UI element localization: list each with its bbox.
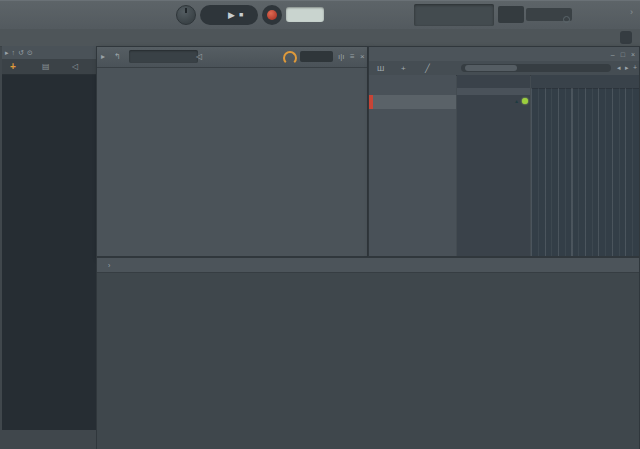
collapse-arrow-icon[interactable]: ▴ [515,97,518,104]
playlist-window: – □ × Ш + ╱ ◂ ▸ + ▴ [368,46,640,257]
pattern-picker-panel [369,75,456,256]
channel-rack-window: ▸ ↰ ◁ ı|ı ≡ × [96,46,368,257]
playlist-toolbar: – □ × [369,47,639,61]
speaker-icon: ◁ [196,52,202,61]
up-icon[interactable]: ↑ [12,49,16,56]
slide-icon[interactable]: ╱ [425,64,430,73]
close-icon[interactable]: × [360,52,365,61]
mixer-toolbar: › [97,258,639,273]
group-track-header[interactable]: ▴ [457,95,530,107]
toolbar-overflow-arrow[interactable]: › [630,7,633,17]
list-icon[interactable]: ≡ [350,52,355,61]
maximize-icon[interactable]: □ [621,51,625,58]
transport-controls: ▶ ■ [200,5,258,25]
graph-icon[interactable]: ı|ı [338,52,345,61]
playlist-mode-bar: Ш + ╱ ◂ ▸ + [369,61,639,76]
close-icon[interactable]: × [631,51,635,58]
scrollbar-thumb[interactable] [465,65,517,71]
swing-knob[interactable] [283,51,297,65]
collapse-icon[interactable]: ▸ [5,49,9,57]
search-icon[interactable]: ⊙ [27,49,33,57]
refresh-icon[interactable]: ↺ [18,49,24,57]
secondary-toolbar [0,29,640,47]
hint-button[interactable] [620,31,632,44]
playlist-timeline[interactable] [531,75,639,89]
play-icon[interactable]: ▶ [228,6,235,24]
tempo-display[interactable] [286,7,324,22]
pattern-item[interactable] [369,95,456,109]
shuffle-knob[interactable] [176,5,196,25]
playlist-track-headers: ▴ [457,75,530,256]
add-icon[interactable]: + [633,64,637,71]
browser-tab-bar: + ▤ ◁ [2,59,96,75]
playlist-grid[interactable] [531,75,639,256]
automation-icon[interactable]: + [401,64,406,73]
pat-song-toggle[interactable] [204,15,224,16]
browser-header: ▸ ↑ ↺ ⊙ [2,46,96,59]
file-icon[interactable]: ▤ [42,62,50,71]
oscilloscope-panel [498,6,524,23]
undo-icon[interactable]: ↰ [114,52,121,61]
swing-display [300,51,333,62]
chevron-right-icon[interactable]: › [108,262,110,269]
mixer-window: › [96,257,640,449]
main-toolbar: ▶ ■ › [0,1,640,30]
speaker-icon[interactable]: ◁ [72,62,78,71]
scroll-left-icon[interactable]: ◂ [617,64,621,72]
stop-icon[interactable]: ■ [239,6,243,24]
browser-panel: ▸ ↑ ↺ ⊙ + ▤ ◁ [2,46,97,430]
cpu-meter-panel [526,8,572,21]
channel-filter-dropdown[interactable] [129,50,198,63]
scroll-right-icon[interactable]: ▸ [625,64,629,72]
track-enable-led[interactable] [522,98,528,104]
horizontal-scrollbar[interactable] [461,64,611,72]
piano-icon[interactable]: Ш [377,64,384,73]
grid-area[interactable] [531,88,639,256]
channel-rack-header: ▸ ↰ ◁ ı|ı ≡ × [97,47,367,68]
record-button[interactable] [262,5,282,25]
collapse-icon[interactable]: ▸ [101,52,105,61]
add-icon[interactable]: + [10,61,16,72]
fl-studio-window: { "topbar": { "menu": ["Файл","Правк","Д… [0,0,640,449]
track-header-mini-labels [457,88,530,95]
minimize-icon[interactable]: – [611,51,615,58]
pattern-color-flag [369,95,373,109]
time-display[interactable] [414,4,494,26]
